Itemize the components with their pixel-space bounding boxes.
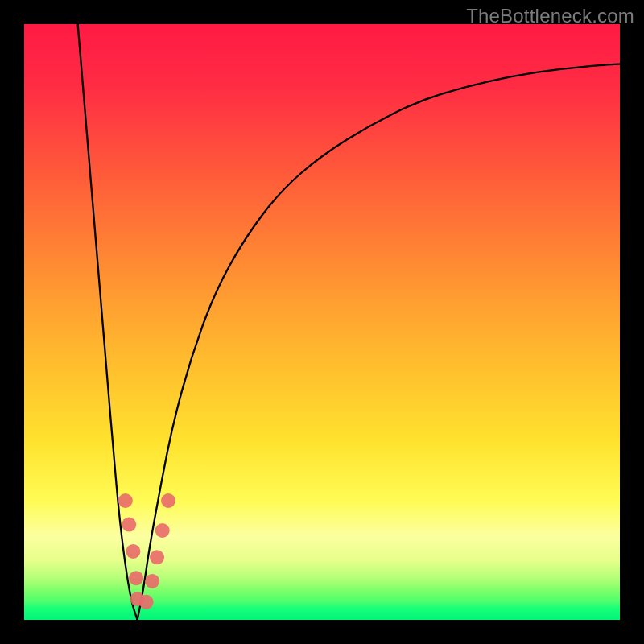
highlight-marker [139,595,154,609]
highlight-marker [145,574,159,588]
curve-layer [24,24,620,620]
highlight-marker [122,518,136,532]
highlight-marker [150,550,164,564]
highlight-marker [118,493,133,508]
highlight-marker [161,493,175,508]
highlight-marker [129,571,143,585]
highlight-marker [155,523,170,538]
highlight-marker [126,544,140,559]
highlight-markers [118,493,175,609]
bottleneck-curve-right [138,64,620,620]
chart-frame: TheBottleneck.com [0,0,644,644]
watermark-label: TheBottleneck.com [466,5,634,27]
plot-area [24,24,620,620]
